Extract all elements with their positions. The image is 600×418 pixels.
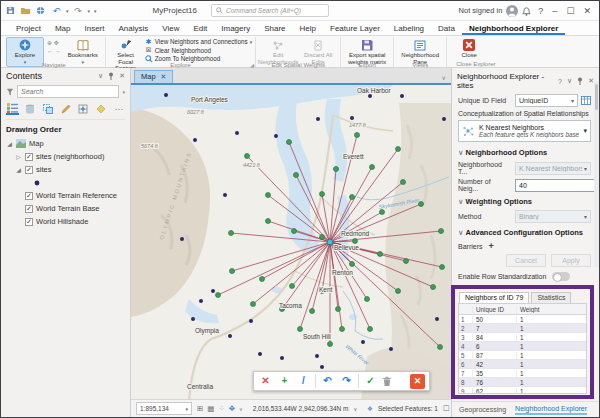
- scale-selector[interactable]: 1:895,134 ▾: [136, 402, 192, 415]
- neighbor-point[interactable]: [438, 345, 443, 350]
- ribbon-tab-imagery[interactable]: Imagery: [214, 22, 257, 35]
- neighbor-point[interactable]: [365, 297, 370, 302]
- site-point[interactable]: [228, 334, 232, 338]
- site-point[interactable]: [211, 289, 215, 293]
- layer-tree-item[interactable]: ✓World Terrain Reference: [6, 189, 125, 202]
- site-point[interactable]: [258, 352, 262, 356]
- table-row[interactable]: 6421: [459, 360, 586, 369]
- ribbon-tab-edit[interactable]: Edit: [186, 22, 214, 35]
- neighbor-point[interactable]: [292, 229, 297, 234]
- neighbor-point[interactable]: [216, 293, 221, 298]
- ribbon-tab-feature-layer[interactable]: Feature Layer: [323, 22, 387, 35]
- neighbor-point[interactable]: [439, 229, 444, 234]
- neighborhood-type-combo[interactable]: K Nearest Neighbors ▾: [515, 162, 591, 175]
- view-neighbors-button[interactable]: ✱ View Neighbors and Connections ▾: [145, 38, 253, 46]
- neighbor-point[interactable]: [401, 180, 406, 185]
- ribbon-tab-data[interactable]: Data: [431, 22, 462, 35]
- method-combo[interactable]: Binary ▾: [515, 210, 591, 223]
- panel-menu-icon[interactable]: ∨: [567, 77, 572, 85]
- table-row[interactable]: 7351: [459, 369, 586, 378]
- site-point[interactable]: [442, 117, 446, 121]
- undo-icon[interactable]: ↶: [320, 372, 335, 390]
- navigate-status-icon[interactable]: ✥: [229, 404, 235, 413]
- ribbon-tab-analysis[interactable]: Analysis: [111, 22, 155, 35]
- table-row[interactable]: 3841: [459, 333, 586, 342]
- layer-visibility-checkbox[interactable]: ✓: [25, 166, 33, 174]
- site-point[interactable]: [164, 93, 168, 97]
- panel-help-icon[interactable]: ?: [558, 78, 562, 85]
- list-by-editing-icon[interactable]: [59, 103, 72, 115]
- layer-visibility-checkbox[interactable]: ✓: [25, 205, 33, 213]
- layer-tree-item[interactable]: ▷✓sites (neighborhood): [6, 150, 125, 163]
- ribbon-tab-neighborhood-explorer[interactable]: Neighborhood Explorer: [462, 22, 565, 35]
- avatar[interactable]: [506, 5, 518, 17]
- view-tabs-menu-icon[interactable]: ∨: [440, 74, 448, 83]
- site-point[interactable]: [235, 131, 239, 135]
- list-by-selection-icon[interactable]: [41, 103, 54, 115]
- help-icon[interactable]: ?: [538, 6, 543, 16]
- table-row[interactable]: 271: [459, 324, 586, 333]
- command-search-box[interactable]: Command Search (Alt+Q): [211, 4, 329, 17]
- list-by-drawing-order-icon[interactable]: [6, 103, 19, 115]
- undo-icon[interactable]: ↶: [51, 6, 62, 16]
- neighbor-point[interactable]: [396, 289, 401, 294]
- neighbor-point[interactable]: [431, 285, 436, 290]
- neighbor-point[interactable]: [355, 133, 360, 138]
- neighbor-point[interactable]: [251, 302, 256, 307]
- results-tab-neighbors-of-id-79[interactable]: Neighbors of ID 79: [459, 292, 529, 303]
- search-options-icon[interactable]: ▾: [122, 89, 125, 95]
- field-table-icon[interactable]: [581, 96, 591, 105]
- site-point[interactable]: [368, 94, 372, 98]
- open-project-icon[interactable]: [21, 7, 32, 15]
- close-contents-icon[interactable]: ✕: [119, 72, 125, 80]
- site-point[interactable]: [361, 340, 365, 344]
- collapse-icon[interactable]: ◢: [6, 140, 13, 147]
- neighbor-point[interactable]: [287, 140, 292, 145]
- neighbor-point[interactable]: [378, 252, 383, 257]
- cancel-button[interactable]: Cancel: [506, 254, 546, 267]
- unique-id-field-combo[interactable]: UniqueID ▾: [515, 94, 578, 107]
- neighbor-point[interactable]: [245, 154, 250, 159]
- full-extent-icon[interactable]: ⊕ ✥: [47, 39, 61, 46]
- contents-menu-icon[interactable]: ∨: [98, 72, 103, 80]
- table-row[interactable]: 461: [459, 342, 586, 351]
- more-views-icon[interactable]: ⋯: [112, 103, 125, 115]
- neighbor-point[interactable]: [230, 269, 235, 274]
- neighbor-point[interactable]: [320, 192, 325, 197]
- selected-features-count[interactable]: Selected Features: 1: [378, 405, 438, 412]
- neighbor-point[interactable]: [310, 309, 315, 314]
- redo-dropdown-icon[interactable]: ▾: [88, 8, 91, 14]
- neighbor-point[interactable]: [298, 327, 303, 332]
- filter-icon[interactable]: [6, 88, 14, 96]
- clear-neighborhood-button[interactable]: ⊠ Clear Neighborhood: [145, 47, 253, 55]
- neighbor-point[interactable]: [336, 307, 341, 312]
- layer-tree-item[interactable]: [6, 176, 125, 189]
- site-point[interactable]: [400, 94, 404, 98]
- clear-selection-icon[interactable]: ☐: [443, 404, 450, 413]
- neighbor-point[interactable]: [404, 259, 409, 264]
- save-project-icon[interactable]: [6, 6, 17, 15]
- neighbor-point[interactable]: [396, 147, 401, 152]
- map-view-tab[interactable]: Map ✕: [134, 70, 173, 83]
- site-point[interactable]: [435, 317, 439, 321]
- site-point[interactable]: [280, 356, 284, 360]
- map-canvas[interactable]: OLYMPIC MOUNTAINSPort AngelesOak HarborE…: [131, 83, 451, 399]
- neighbor-point[interactable]: [260, 277, 265, 282]
- site-point[interactable]: [199, 299, 203, 303]
- neighbor-point[interactable]: [266, 219, 271, 224]
- results-tab-statistics[interactable]: Statistics: [531, 292, 571, 303]
- grid-status-icon[interactable]: ▦: [207, 404, 214, 413]
- coords-dropdown-icon[interactable]: ∨: [353, 406, 357, 412]
- line-tool-icon[interactable]: /: [296, 372, 311, 390]
- neighbor-point[interactable]: [340, 327, 345, 332]
- expand-icon[interactable]: ▷: [15, 153, 22, 160]
- neighbor-point[interactable]: [266, 193, 271, 198]
- number-of-neighbors-input[interactable]: [515, 179, 600, 192]
- neighborhood-options-section[interactable]: ∨Neighborhood Options: [458, 148, 591, 157]
- neighbor-point[interactable]: [370, 165, 375, 170]
- redo-icon[interactable]: ↷: [339, 372, 354, 390]
- apply-button[interactable]: Apply: [551, 254, 591, 267]
- previous-next-extent-icons[interactable]: ← →: [47, 48, 61, 54]
- table-row[interactable]: 5871: [459, 351, 586, 360]
- ribbon-tab-help[interactable]: Help: [293, 22, 323, 35]
